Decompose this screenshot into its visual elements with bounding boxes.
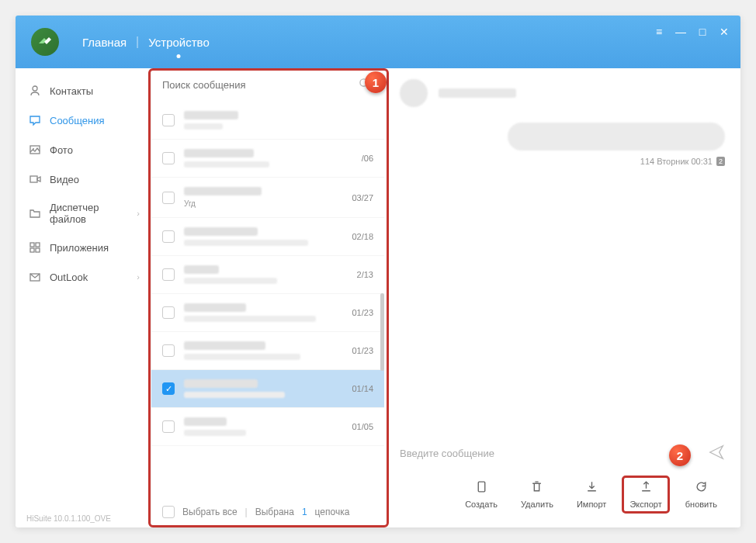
svg-rect-7 xyxy=(36,248,40,252)
import-button[interactable]: Импорт xyxy=(569,476,614,514)
sim-badge: 2 xyxy=(716,157,725,166)
message-date: 02/18 xyxy=(352,232,373,241)
video-icon xyxy=(28,172,42,186)
refresh-icon xyxy=(695,480,708,496)
export-button[interactable]: Экспорт xyxy=(622,476,669,514)
import-icon xyxy=(585,480,598,496)
message-row[interactable]: 01/23 xyxy=(151,332,384,370)
sidebar-item-photo[interactable]: Фото xyxy=(16,135,151,164)
message-checkbox[interactable] xyxy=(162,114,175,126)
message-row[interactable]: /06 xyxy=(151,140,384,178)
select-all-label: Выбрать все xyxy=(182,507,238,517)
message-checkbox[interactable] xyxy=(162,420,175,433)
nav-home[interactable]: Главная xyxy=(73,36,136,49)
sidebar: Контакты Сообщения Фото Видео Диспетчер … xyxy=(16,68,151,527)
message-checkbox[interactable] xyxy=(162,268,175,281)
message-row[interactable]: 01/05 xyxy=(151,408,384,446)
selected-label: Выбрана xyxy=(255,507,294,517)
send-icon[interactable] xyxy=(708,444,725,463)
message-list-panel: /06Угд03/2702/182/1301/2301/23✓01/1401/0… xyxy=(151,68,384,527)
svg-rect-10 xyxy=(478,482,485,492)
version-label: HiSuite 10.0.1.100_OVE xyxy=(26,514,111,523)
selected-count: 1 xyxy=(302,507,307,517)
select-all-checkbox[interactable] xyxy=(162,506,175,518)
chevron-right-icon: › xyxy=(137,209,140,218)
svg-rect-3 xyxy=(30,176,37,182)
svg-rect-6 xyxy=(30,248,34,252)
contacts-icon xyxy=(28,84,42,98)
message-row[interactable]: 02/18 xyxy=(151,218,384,256)
message-bubble xyxy=(508,123,725,150)
create-button[interactable]: Создать xyxy=(457,476,505,514)
svg-rect-4 xyxy=(30,243,34,247)
sidebar-item-outlook[interactable]: OutLook › xyxy=(16,262,151,292)
annotation-badge-2: 2 xyxy=(669,444,691,466)
delete-button[interactable]: Удалить xyxy=(513,476,561,514)
message-checkbox[interactable] xyxy=(162,192,175,204)
nav-device[interactable]: Устройство xyxy=(139,36,218,49)
svg-rect-5 xyxy=(36,243,40,247)
select-all-row: Выбрать все | Выбрана 1 цепочка xyxy=(151,496,384,527)
message-date: 01/23 xyxy=(352,308,373,317)
messages-icon xyxy=(28,113,42,127)
message-date: /06 xyxy=(362,154,373,163)
message-checkbox[interactable] xyxy=(162,344,175,357)
folder-icon xyxy=(28,206,42,220)
search-input[interactable] xyxy=(162,76,373,94)
trash-icon xyxy=(530,480,543,496)
photo-icon xyxy=(28,143,42,157)
apps-icon xyxy=(28,240,42,254)
message-timestamp: 114 Вторник 00:31 2 xyxy=(400,157,725,166)
sidebar-item-filemanager[interactable]: Диспетчер файлов › xyxy=(16,194,151,233)
contact-name xyxy=(439,88,516,98)
contact-header xyxy=(400,79,725,107)
annotation-badge-1: 1 xyxy=(365,71,387,93)
message-date: 01/05 xyxy=(352,422,373,431)
svg-point-0 xyxy=(33,86,37,91)
message-list: /06Угд03/2702/182/1301/2301/23✓01/1401/0… xyxy=(151,102,384,496)
message-row[interactable]: Угд03/27 xyxy=(151,178,384,218)
export-icon xyxy=(640,480,653,496)
message-date: 01/23 xyxy=(352,346,373,355)
message-checkbox[interactable] xyxy=(162,152,175,164)
menu-icon[interactable]: ≡ xyxy=(654,26,664,37)
create-icon xyxy=(475,480,488,496)
sidebar-item-video[interactable]: Видео xyxy=(16,164,151,194)
message-checkbox[interactable] xyxy=(162,306,175,319)
message-row[interactable]: ✓01/14 xyxy=(151,370,384,408)
toolbar: Создать Удалить Импорт Экспорт бновить xyxy=(400,469,725,520)
chevron-right-icon: › xyxy=(137,272,140,282)
message-row[interactable]: 2/13 xyxy=(151,256,384,294)
avatar xyxy=(400,79,428,107)
app-logo xyxy=(31,28,59,56)
minimize-icon[interactable]: — xyxy=(675,26,686,37)
message-row[interactable]: 01/23 xyxy=(151,294,384,332)
refresh-button[interactable]: бновить xyxy=(678,476,725,514)
nav-active-indicator xyxy=(177,54,181,58)
message-checkbox[interactable] xyxy=(162,230,175,243)
close-icon[interactable]: ✕ xyxy=(719,26,730,37)
sidebar-item-contacts[interactable]: Контакты xyxy=(16,76,151,105)
message-date: 03/27 xyxy=(352,193,373,202)
sidebar-item-messages[interactable]: Сообщения xyxy=(16,105,151,135)
message-date: 2/13 xyxy=(357,270,373,279)
mail-icon xyxy=(28,270,42,284)
compose-input[interactable]: Введите сообщение xyxy=(400,448,697,459)
chain-label: цепочка xyxy=(315,507,350,517)
message-row[interactable] xyxy=(151,102,384,140)
message-checkbox[interactable]: ✓ xyxy=(162,382,175,395)
message-date: 01/14 xyxy=(352,384,373,393)
maximize-icon[interactable]: □ xyxy=(697,26,708,37)
app-header: Главная | Устройство ≡ — □ ✕ xyxy=(16,16,740,68)
sidebar-item-apps[interactable]: Приложения xyxy=(16,233,151,262)
